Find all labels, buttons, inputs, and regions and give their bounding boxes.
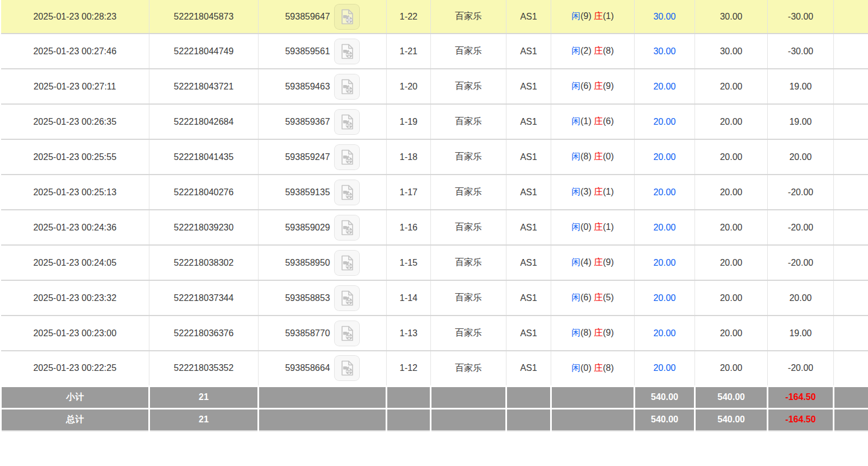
order-no-cell: 522218035352 (149, 351, 259, 386)
player-result-score: (9) (580, 11, 592, 21)
table-row[interactable]: 2025-01-23 00:24:05 522218038302 5938589… (1, 245, 868, 280)
table-row[interactable]: 2025-01-23 00:23:32 522218037344 5938588… (1, 280, 868, 316)
video-playback-button[interactable] (334, 180, 360, 205)
order-no-cell: 522218039230 (149, 210, 259, 245)
records-body: 2025-01-23 00:28:23 522218045873 5938596… (1, 0, 868, 386)
table-row[interactable]: 2025-01-23 00:23:00 522218036376 5938587… (1, 316, 868, 351)
table-row[interactable]: 2025-01-23 00:28:23 522218045873 5938596… (1, 0, 868, 34)
table-row[interactable]: 2025-01-23 00:25:13 522218040276 5938591… (1, 175, 868, 210)
subtotal-spacer (387, 386, 431, 408)
banker-result-label: 庄 (594, 257, 603, 267)
result-cell: 闲(0) 庄(8) (551, 351, 635, 386)
valid-bet-cell: 20.00 (695, 175, 768, 210)
video-playback-button[interactable] (334, 321, 360, 346)
result-cell: 闲(3) 庄(1) (551, 175, 635, 210)
player-result-score: (0) (580, 363, 592, 373)
bet-amount-link[interactable]: 20.00 (653, 187, 675, 197)
round-no-cell: 593858950 (259, 245, 387, 280)
table-row[interactable]: 2025-01-23 00:27:46 522218044749 5938595… (1, 34, 868, 69)
bet-time-cell: 2025-01-23 00:28:23 (1, 0, 149, 34)
empty-cell (834, 280, 868, 316)
empty-cell (834, 316, 868, 351)
table-name-cell: AS1 (506, 34, 551, 69)
table-round-cell: 1-16 (387, 210, 431, 245)
video-playback-button[interactable] (334, 355, 360, 381)
player-result-score: (6) (580, 293, 592, 302)
banker-result-label: 庄 (594, 81, 603, 91)
round-no-value: 593859561 (285, 46, 330, 57)
valid-bet-cell: 20.00 (695, 280, 768, 316)
player-result-label: 闲 (571, 257, 580, 267)
bet-time-cell: 2025-01-23 00:27:11 (1, 69, 149, 104)
bet-time-cell: 2025-01-23 00:25:55 (1, 139, 149, 175)
bet-time-cell: 2025-01-23 00:24:36 (1, 210, 149, 245)
bet-amount-cell: 20.00 (635, 69, 695, 104)
bet-amount-cell: 30.00 (635, 34, 695, 69)
win-loss-cell: -20.00 (768, 245, 834, 280)
win-loss-cell: 19.00 (768, 316, 834, 351)
total-spacer (506, 408, 551, 431)
banker-result-label: 庄 (594, 222, 603, 232)
game-type-cell: 百家乐 (431, 69, 506, 104)
bet-amount-link[interactable]: 20.00 (653, 152, 675, 162)
order-no-cell: 522218043721 (149, 69, 259, 104)
table-round-cell: 1-17 (387, 175, 431, 210)
banker-result-label: 庄 (594, 152, 603, 161)
order-no-cell: 522218037344 (149, 280, 259, 316)
bet-amount-link[interactable]: 20.00 (653, 328, 675, 338)
banker-result-score: (1) (603, 11, 614, 21)
bet-amount-link[interactable]: 30.00 (653, 12, 675, 21)
video-playback-button[interactable] (334, 250, 360, 276)
table-row[interactable]: 2025-01-23 00:25:55 522218041435 5938592… (1, 139, 868, 175)
bet-amount-link[interactable]: 20.00 (653, 258, 675, 267)
video-file-icon (339, 149, 355, 166)
round-no-value: 593859029 (285, 223, 330, 233)
summary-body: 小计 21 540.00 540.00 -164.50 总计 21 (1, 386, 868, 431)
video-playback-button[interactable] (334, 144, 360, 170)
video-playback-button[interactable] (334, 74, 360, 100)
player-result-label: 闲 (571, 328, 580, 337)
table-row[interactable]: 2025-01-23 00:22:25 522218035352 5938586… (1, 351, 868, 386)
video-file-icon (339, 43, 355, 60)
bet-amount-link[interactable]: 20.00 (653, 363, 675, 373)
bet-amount-link[interactable]: 20.00 (653, 117, 675, 126)
video-file-icon (339, 114, 355, 130)
win-loss-cell: -30.00 (768, 34, 834, 69)
round-no-cell: 593859647 (259, 0, 387, 34)
result-cell: 闲(8) 庄(0) (551, 139, 635, 175)
bet-time-cell: 2025-01-23 00:23:32 (1, 280, 149, 316)
video-playback-button[interactable] (334, 215, 360, 241)
valid-bet-cell: 30.00 (695, 34, 768, 69)
order-no-cell: 522218042684 (149, 104, 259, 139)
banker-result-label: 庄 (594, 11, 603, 21)
win-loss-cell: 20.00 (768, 280, 834, 316)
subtotal-spacer (259, 386, 387, 408)
table-row[interactable]: 2025-01-23 00:26:35 522218042684 5938593… (1, 104, 868, 139)
bet-amount-link[interactable]: 30.00 (653, 46, 675, 56)
bet-amount-link[interactable]: 20.00 (653, 293, 675, 303)
round-no-value: 593859135 (285, 187, 330, 197)
win-loss-cell: 19.00 (768, 69, 834, 104)
bet-time-cell: 2025-01-23 00:25:13 (1, 175, 149, 210)
table-row[interactable]: 2025-01-23 00:24:36 522218039230 5938590… (1, 210, 868, 245)
bet-amount-link[interactable]: 20.00 (653, 223, 675, 232)
video-playback-button[interactable] (334, 4, 360, 30)
order-no-cell: 522218045873 (149, 0, 259, 34)
subtotal-spacer (431, 386, 506, 408)
video-playback-button[interactable] (334, 109, 360, 135)
video-playback-button[interactable] (334, 39, 360, 64)
result-cell: 闲(2) 庄(8) (551, 34, 635, 69)
round-no-cell: 593858664 (259, 351, 387, 386)
player-result-label: 闲 (571, 152, 580, 161)
table-round-cell: 1-12 (387, 351, 431, 386)
round-no-cell: 593858770 (259, 316, 387, 351)
order-no-cell: 522218038302 (149, 245, 259, 280)
video-playback-button[interactable] (334, 285, 360, 311)
total-spacer (551, 408, 635, 431)
table-name-cell: AS1 (506, 139, 551, 175)
table-row[interactable]: 2025-01-23 00:27:11 522218043721 5938594… (1, 69, 868, 104)
valid-bet-cell: 20.00 (695, 245, 768, 280)
bet-amount-link[interactable]: 20.00 (653, 82, 675, 91)
subtotal-spacer (834, 386, 868, 408)
table-name-cell: AS1 (506, 245, 551, 280)
